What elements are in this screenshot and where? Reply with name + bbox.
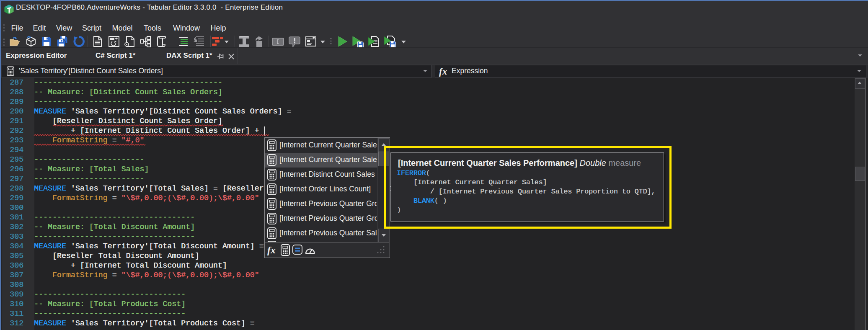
svg-text:fx: fx <box>439 66 447 77</box>
svg-text:fx: fx <box>267 245 276 255</box>
